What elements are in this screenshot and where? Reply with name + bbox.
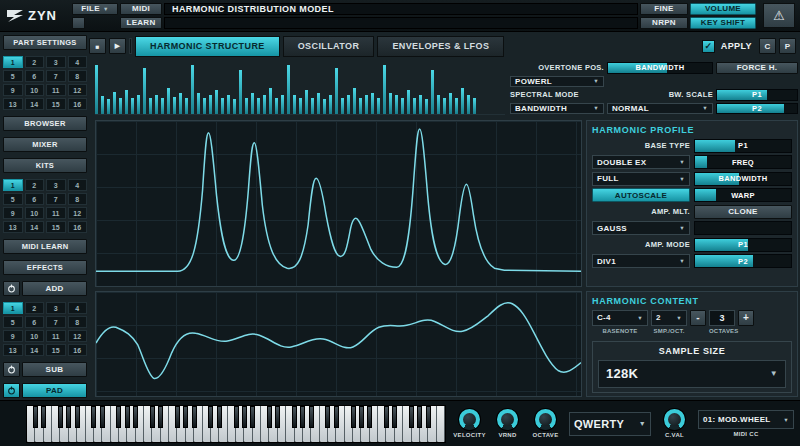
voice-select-button[interactable]: 14 <box>25 344 45 356</box>
kit-select-button[interactable]: 11 <box>46 207 66 219</box>
preset-name-field[interactable]: HARMONIC DISTRIBUTION MODEL <box>164 3 638 15</box>
voice-select-button[interactable]: 5 <box>3 316 23 328</box>
part-select-button[interactable]: 14 <box>25 98 45 110</box>
part-select-button[interactable]: 1 <box>3 56 23 68</box>
velocity-knob[interactable] <box>459 409 480 430</box>
kit-select-button[interactable]: 9 <box>3 207 23 219</box>
piano-key-black[interactable] <box>275 406 280 428</box>
paste-button[interactable]: P <box>779 38 796 54</box>
piano-key-black[interactable] <box>175 406 180 428</box>
piano-key-black[interactable] <box>66 406 71 428</box>
piano-key-black[interactable] <box>75 406 80 428</box>
piano-key-black[interactable] <box>116 406 121 428</box>
voice-select-button[interactable]: 12 <box>68 330 88 342</box>
freq-slider[interactable]: FREQ <box>694 155 792 169</box>
piano-key-black[interactable] <box>384 406 389 428</box>
part-select-button[interactable]: 8 <box>68 70 88 82</box>
kit-select-button[interactable]: 7 <box>46 193 66 205</box>
force-h-button[interactable]: FORCE H. <box>716 62 798 74</box>
pad-engine-button[interactable]: PAD <box>22 383 87 398</box>
piano-key-black[interactable] <box>183 406 188 428</box>
kit-select-button[interactable]: 1 <box>3 179 23 191</box>
base-type-dropdown[interactable]: DOUBLE EX ▼ <box>592 155 690 169</box>
voice-select-button[interactable]: 1 <box>3 302 23 314</box>
piano-key-black[interactable] <box>100 406 105 428</box>
part-select-button[interactable]: 16 <box>68 98 88 110</box>
part-settings-button[interactable]: PART SETTINGS <box>3 35 87 50</box>
part-select-button[interactable]: 10 <box>25 84 45 96</box>
part-select-button[interactable]: 15 <box>46 98 66 110</box>
part-select-button[interactable]: 3 <box>46 56 66 68</box>
basenote-dropdown[interactable]: C-4 ▼ <box>592 310 648 326</box>
voice-select-button[interactable]: 13 <box>3 344 23 356</box>
part-select-button[interactable]: 13 <box>3 98 23 110</box>
voice-select-button[interactable]: 2 <box>25 302 45 314</box>
voice-select-button[interactable]: 15 <box>46 344 66 356</box>
browser-button[interactable]: BROWSER <box>3 116 87 131</box>
amp-type-dropdown[interactable]: GAUSS ▼ <box>592 221 690 235</box>
kit-select-button[interactable]: 16 <box>68 221 88 233</box>
kits-button[interactable]: KITS <box>3 158 87 173</box>
piano-key-black[interactable] <box>33 406 38 428</box>
kit-select-button[interactable]: 13 <box>3 221 23 233</box>
stop-button[interactable]: ■ <box>89 38 106 54</box>
full-mode-dropdown[interactable]: FULL ▼ <box>592 172 690 186</box>
spectral-mode-dropdown[interactable]: BANDWIDTH ▼ <box>510 103 604 115</box>
tab-harmonic-structure[interactable]: HARMONIC STRUCTURE <box>135 36 280 57</box>
mixer-button[interactable]: MIXER <box>3 137 87 152</box>
voice-select-button[interactable]: 3 <box>46 302 66 314</box>
warning-button[interactable]: ⚠ <box>763 3 795 28</box>
piano-key-black[interactable] <box>367 406 372 428</box>
part-select-button[interactable]: 9 <box>3 84 23 96</box>
part-select-button[interactable]: 2 <box>25 56 45 68</box>
piano-key-black[interactable] <box>41 406 46 428</box>
voice-select-button[interactable]: 6 <box>25 316 45 328</box>
kit-select-button[interactable]: 3 <box>46 179 66 191</box>
apply-checkbox[interactable]: ✓ <box>702 40 715 53</box>
add-engine-button[interactable]: ADD <box>22 281 87 296</box>
piano-key-black[interactable] <box>409 406 414 428</box>
vrnd-knob[interactable] <box>497 409 518 430</box>
kit-select-button[interactable]: 14 <box>25 221 45 233</box>
volume-button[interactable]: VOLUME <box>690 3 756 15</box>
kit-select-button[interactable]: 8 <box>68 193 88 205</box>
piano-key-black[interactable] <box>150 406 155 428</box>
p1-slider[interactable]: P1 <box>716 89 798 101</box>
piano-key-black[interactable] <box>417 406 422 428</box>
voice-select-button[interactable]: 10 <box>25 330 45 342</box>
samples-per-octave-dropdown[interactable]: 2 ▼ <box>651 310 687 326</box>
piano-key-black[interactable] <box>334 406 339 428</box>
overtone-pos-dropdown[interactable]: POWERL ▼ <box>510 76 604 88</box>
part-select-button[interactable]: 6 <box>25 70 45 82</box>
voice-select-button[interactable]: 4 <box>68 302 88 314</box>
piano-key-black[interactable] <box>158 406 163 428</box>
midi-cc-dropdown[interactable]: 01: MOD.WHEEL ▼ <box>698 410 794 429</box>
kit-select-button[interactable]: 2 <box>25 179 45 191</box>
piano-key-black[interactable] <box>208 406 213 428</box>
tab-envelopes-lfos[interactable]: ENVELOPES & LFOS <box>377 36 504 57</box>
sample-size-dropdown[interactable]: 128K ▼ <box>598 360 786 389</box>
piano-key-black[interactable] <box>91 406 96 428</box>
fine-button[interactable]: FINE <box>640 3 688 15</box>
kit-select-button[interactable]: 4 <box>68 179 88 191</box>
warp-slider[interactable]: WARP <box>694 188 792 202</box>
kit-select-button[interactable]: 5 <box>3 193 23 205</box>
voice-select-button[interactable]: 16 <box>68 344 88 356</box>
piano-key-black[interactable] <box>192 406 197 428</box>
kit-select-button[interactable]: 6 <box>25 193 45 205</box>
kit-select-button[interactable]: 15 <box>46 221 66 233</box>
sub-engine-button[interactable]: SUB <box>22 362 87 377</box>
piano-key-black[interactable] <box>325 406 330 428</box>
octaves-plus-button[interactable]: + <box>738 310 754 326</box>
voice-select-button[interactable]: 11 <box>46 330 66 342</box>
tab-oscillator[interactable]: OSCILLATOR <box>283 36 375 57</box>
piano-key-black[interactable] <box>292 406 297 428</box>
piano-key-black[interactable] <box>267 406 272 428</box>
voice-select-button[interactable]: 8 <box>68 316 88 328</box>
bw-scale-dropdown[interactable]: NORMAL ▼ <box>607 103 713 115</box>
piano-key-black[interactable] <box>133 406 138 428</box>
piano-key-black[interactable] <box>125 406 130 428</box>
pad-power-button[interactable] <box>3 383 20 398</box>
amp-mode-p1-slider[interactable]: P1 <box>694 238 792 252</box>
keyboard-layout-dropdown[interactable]: QWERTY ▼ <box>569 412 651 436</box>
